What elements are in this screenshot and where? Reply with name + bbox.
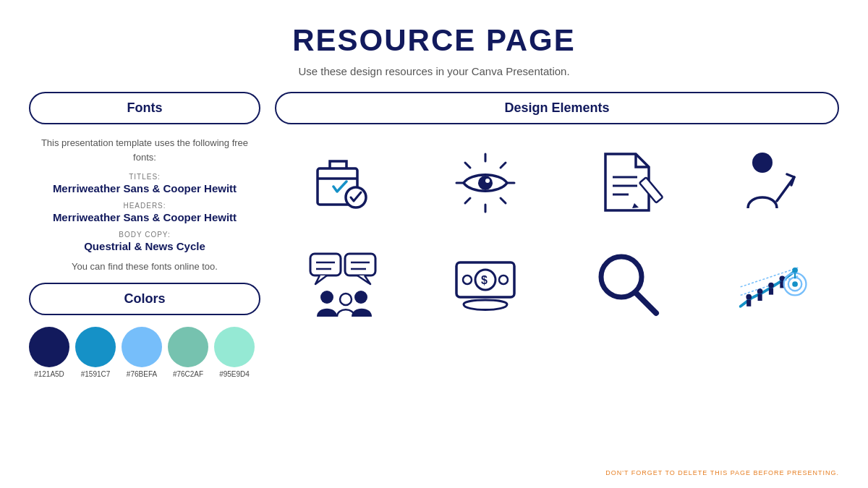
people-climb-icon [735, 248, 807, 320]
box-check-icon [307, 147, 379, 219]
money-hand-icon-cell: $ [418, 237, 554, 331]
document-edit-icon [592, 147, 665, 219]
svg-point-30 [499, 275, 508, 284]
search-icon [592, 248, 665, 320]
color-circle-2 [75, 327, 116, 367]
font-body-label: BODY COPY: [29, 231, 260, 239]
svg-point-16 [752, 153, 773, 173]
fonts-online-note: You can find these fonts online too. [29, 260, 260, 274]
color-swatches: #121A5D #1591C7 #76BEFA #76C2AF #95E9D4 [29, 327, 260, 378]
eye-icon [449, 147, 522, 219]
color-hex-2: #1591C7 [81, 370, 111, 378]
person-growth-icon [735, 147, 807, 219]
svg-line-8 [501, 163, 506, 168]
svg-point-41 [792, 281, 798, 287]
color-hex-1: #121A5D [34, 370, 64, 378]
font-titles-label: TITLES: [29, 173, 260, 181]
svg-point-36 [757, 288, 763, 294]
svg-line-32 [636, 293, 656, 313]
page-title: RESOURCE PAGE [0, 0, 868, 58]
color-swatch-1: #121A5D [29, 327, 69, 378]
people-climb-icon-cell [704, 237, 840, 331]
svg-line-9 [465, 198, 470, 203]
svg-point-10 [478, 176, 493, 190]
font-headers-label: HEADERS: [29, 202, 260, 210]
colors-section: Colors #121A5D #1591C7 #76BEFA #76C2AF [29, 283, 260, 378]
svg-rect-17 [310, 254, 341, 275]
svg-point-42 [792, 267, 798, 273]
footer-note: DON'T FORGET TO DELETE THIS PAGE BEFORE … [605, 469, 839, 476]
fonts-badge: Fonts [29, 92, 260, 124]
svg-rect-18 [345, 254, 375, 275]
svg-point-29 [463, 275, 472, 284]
design-elements-grid: $ [275, 136, 839, 331]
font-body-value: Questrial & News Cycle [29, 240, 260, 252]
color-hex-5: #95E9D4 [219, 370, 250, 378]
color-circle-3 [122, 327, 162, 367]
svg-line-6 [465, 163, 470, 168]
svg-text:$: $ [481, 274, 488, 286]
color-hex-4: #76C2AF [173, 370, 203, 378]
person-growth-icon-cell [704, 136, 840, 230]
team-chat-icon [307, 248, 379, 320]
colors-badge: Colors [29, 283, 260, 315]
design-elements-badge: Design Elements [275, 92, 839, 124]
money-hand-icon: $ [449, 248, 522, 320]
svg-line-7 [501, 198, 506, 203]
font-headers-value: Merriweather Sans & Cooper Hewitt [29, 211, 260, 223]
search-icon-cell [561, 237, 697, 331]
page-subtitle: Use these design resources in your Canva… [0, 65, 868, 77]
left-panel: Fonts This presentation template uses th… [29, 92, 260, 378]
fonts-description: This presentation template uses the foll… [29, 136, 260, 164]
color-swatch-2: #1591C7 [75, 327, 116, 378]
svg-point-37 [768, 283, 774, 288]
document-edit-icon-cell [561, 136, 697, 230]
color-swatch-4: #76C2AF [168, 327, 208, 378]
svg-point-24 [340, 294, 352, 305]
svg-point-11 [485, 179, 490, 183]
color-circle-4 [168, 327, 208, 367]
team-chat-icon-cell [275, 237, 411, 331]
eye-icon-cell [418, 136, 554, 230]
svg-point-35 [746, 294, 752, 300]
box-check-icon-cell [275, 136, 411, 230]
color-circle-1 [29, 327, 69, 367]
right-panel: Design Elements [275, 92, 839, 378]
svg-point-25 [354, 291, 367, 304]
color-circle-5 [214, 327, 255, 367]
svg-point-23 [320, 291, 333, 304]
color-swatch-5: #95E9D4 [214, 327, 255, 378]
font-titles-value: Merriweather Sans & Cooper Hewitt [29, 182, 260, 194]
color-hex-3: #76BEFA [127, 370, 157, 378]
color-swatch-3: #76BEFA [122, 327, 162, 378]
